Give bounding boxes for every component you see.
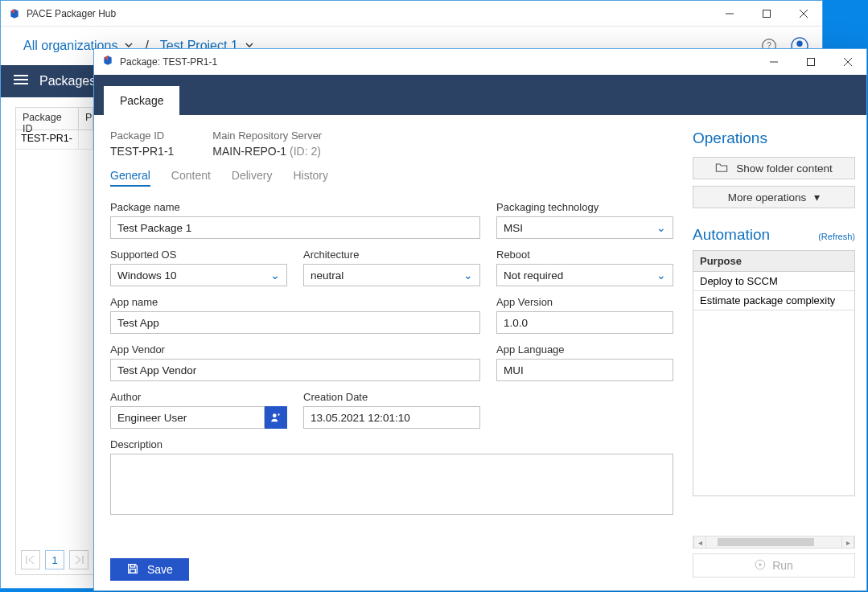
chevron-down-icon: ⌄ (656, 221, 666, 234)
tab-content[interactable]: Content (171, 169, 211, 187)
chevron-down-icon: ⌄ (270, 269, 280, 282)
automation-title: Automation (693, 226, 770, 244)
main-maximize-button[interactable] (748, 1, 785, 27)
app-version-label: App Version (496, 296, 673, 308)
dialog-right: Operations Show folder content More oper… (693, 115, 866, 590)
architecture-label: Architecture (303, 249, 480, 261)
main-titlebar: PACE Packager Hub (1, 1, 822, 27)
app-language-label: App Language (496, 343, 673, 356)
architecture-value: neutral (311, 269, 343, 282)
package-name-input[interactable] (110, 216, 480, 239)
pager-last[interactable] (69, 550, 88, 569)
reboot-value: Not required (504, 269, 563, 282)
dialog-titlebar: Package: TEST-PR1-1 (94, 49, 866, 75)
section-title: Packages (39, 74, 96, 88)
folder-icon (715, 162, 728, 175)
more-operations-button[interactable]: More operations ▾ (693, 186, 855, 208)
operations-title: Operations (693, 130, 855, 147)
dialog-title: Package: TEST-PR1-1 (120, 56, 217, 68)
person-icon (270, 412, 282, 423)
supported-os-select[interactable]: Windows 10 ⌄ (110, 264, 287, 286)
app-language-input[interactable] (496, 359, 673, 381)
description-textarea[interactable] (110, 454, 673, 515)
chevron-down-icon: ⌄ (463, 269, 473, 282)
description-label: Description (110, 438, 673, 450)
packaging-technology-value: MSI (504, 222, 523, 234)
repo-name: MAIN-REPO-1 (212, 145, 286, 158)
automation-table: Purpose Deploy to SCCM Estimate package … (693, 250, 855, 496)
package-dialog: Package: TEST-PR1-1 Package Package ID T… (93, 48, 867, 591)
app-name-input[interactable] (110, 311, 480, 334)
dialog-minimize-button[interactable] (755, 49, 792, 75)
save-label: Save (147, 563, 173, 576)
dialog-close-button[interactable] (829, 49, 866, 75)
packaging-technology-label: Packaging technology (496, 201, 673, 213)
horizontal-scrollbar[interactable]: ◂ ▸ (693, 536, 855, 549)
scroll-track[interactable] (706, 536, 841, 548)
creation-date-label: Creation Date (303, 391, 480, 403)
app-version-input[interactable] (496, 311, 673, 334)
packaging-technology-select[interactable]: MSI ⌄ (496, 216, 673, 239)
save-button[interactable]: Save (110, 558, 189, 581)
svg-rect-1 (763, 10, 771, 17)
package-id-label: Package ID (110, 130, 174, 142)
main-close-button[interactable] (785, 1, 822, 27)
tab-history[interactable]: History (293, 169, 328, 187)
creation-date-input (303, 406, 480, 429)
show-folder-button[interactable]: Show folder content (693, 157, 855, 179)
main-title: PACE Packager Hub (27, 8, 116, 19)
subtabs: General Content Delivery History (110, 169, 677, 187)
svg-point-17 (273, 413, 277, 417)
refresh-link[interactable]: (Refresh) (818, 232, 855, 241)
purpose-header[interactable]: Purpose (693, 251, 854, 272)
scroll-right-icon[interactable]: ▸ (841, 536, 854, 548)
chevron-down-icon: ⌄ (656, 269, 666, 282)
cell-package-id: TEST-PR1- (16, 130, 79, 150)
run-button[interactable]: Run (693, 553, 855, 578)
dialog-logo-icon (102, 55, 113, 69)
list-item[interactable]: Estimate package complexity (693, 291, 854, 310)
reboot-label: Reboot (496, 249, 673, 261)
svg-point-18 (278, 413, 279, 415)
svg-rect-19 (130, 564, 134, 566)
play-icon (755, 559, 766, 573)
svg-rect-14 (808, 59, 815, 66)
tab-delivery[interactable]: Delivery (232, 169, 273, 187)
svg-rect-20 (130, 569, 136, 573)
pager-page[interactable]: 1 (45, 550, 64, 569)
author-picker-button[interactable] (265, 406, 287, 429)
repo-id: (ID: 2) (286, 145, 321, 158)
col-second[interactable]: P (79, 108, 93, 130)
dialog-maximize-button[interactable] (792, 49, 829, 75)
app-name-label: App name (110, 296, 480, 308)
supported-os-value: Windows 10 (117, 269, 177, 282)
list-item[interactable]: Deploy to SCCM (693, 272, 854, 291)
col-package-id[interactable]: Package ID (16, 108, 79, 130)
show-folder-label: Show folder content (736, 162, 832, 175)
triangle-down-icon: ▾ (814, 191, 820, 204)
scroll-thumb[interactable] (718, 538, 814, 546)
author-input[interactable] (110, 406, 265, 429)
tab-package[interactable]: Package (104, 86, 179, 115)
repo-value: MAIN-REPO-1 (ID: 2) (212, 145, 322, 158)
save-icon (126, 562, 139, 578)
supported-os-label: Supported OS (110, 249, 287, 261)
architecture-select[interactable]: neutral ⌄ (303, 264, 480, 286)
svg-point-7 (796, 41, 802, 47)
package-id-value: TEST-PR1-1 (110, 145, 174, 158)
cell-second (79, 130, 93, 150)
tab-general[interactable]: General (110, 169, 150, 187)
hamburger-icon[interactable] (14, 74, 28, 88)
more-operations-label: More operations (728, 191, 807, 204)
app-logo-icon (9, 8, 20, 19)
main-minimize-button[interactable] (711, 1, 748, 27)
dialog-band: Package (94, 75, 866, 115)
author-label: Author (110, 391, 287, 403)
run-label: Run (772, 559, 793, 572)
dialog-left: Package ID TEST-PR1-1 Main Repository Se… (94, 115, 693, 590)
pager: 1 (21, 550, 88, 569)
app-vendor-input[interactable] (110, 359, 480, 381)
scroll-left-icon[interactable]: ◂ (693, 536, 706, 548)
reboot-select[interactable]: Not required ⌄ (496, 264, 673, 286)
pager-first[interactable] (21, 550, 40, 569)
